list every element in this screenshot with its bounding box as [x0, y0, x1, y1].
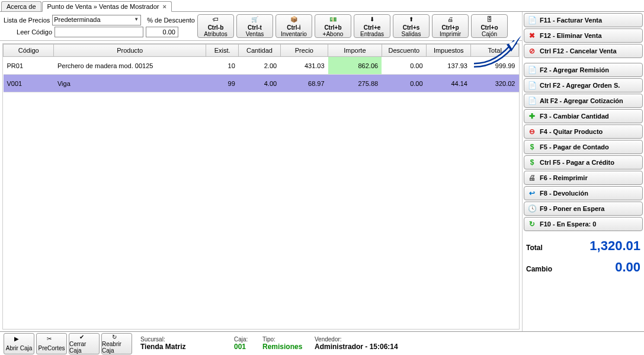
- refresh-icon: ↻: [528, 220, 536, 228]
- cell: 431.03: [280, 57, 328, 75]
- toolbar-atributos[interactable]: 🏷Ctrl-bAtributos: [197, 14, 234, 38]
- products-table: CódigoProductoExist.CantidadPrecioImport…: [3, 44, 519, 92]
- action-f10-en-espera-0[interactable]: ↻F10 - En Espera: 0: [524, 217, 643, 231]
- cell: 2.00: [239, 57, 280, 75]
- discount-input[interactable]: [146, 27, 178, 37]
- cell: V001: [4, 75, 54, 92]
- tab-pos[interactable]: Punto de Venta » Ventas de Mostrador×: [42, 1, 172, 12]
- col-código[interactable]: Código: [4, 44, 54, 57]
- action-f4-quitar-producto[interactable]: ⊖F4 - Quitar Producto: [524, 124, 643, 139]
- action-f12-eliminar-venta[interactable]: ✖F12 - Eliminar Venta: [524, 28, 643, 43]
- action-label: F6 - Reimprimir: [540, 174, 588, 181]
- action-label: F2 - Agregar Remisión: [540, 66, 609, 73]
- toolbar-label: Cajón: [482, 31, 497, 37]
- col-producto[interactable]: Producto: [54, 44, 206, 57]
- action-ctrl-f2-agregar-orden-s-[interactable]: 📄Ctrl F2 - Agregar Orden S.: [524, 78, 643, 92]
- action-label: F5 - Pagar de Contado: [540, 143, 609, 151]
- toolbar-shortcut: Ctrl-i: [287, 24, 300, 31]
- action-f11-facturar-venta[interactable]: 📄F11 - Facturar Venta: [524, 13, 643, 27]
- cell: 0.00: [382, 75, 426, 92]
- cancel-icon: ⊘: [528, 47, 536, 55]
- cell: 44.14: [427, 75, 471, 92]
- toolbar-label: Inventario: [281, 31, 307, 37]
- doc-icon: 📄: [528, 81, 536, 89]
- price-list-label: Lista de Precios: [4, 17, 50, 24]
- action-label: F3 - Cambiar Cantidad: [540, 113, 609, 120]
- toolbar-cajón[interactable]: 🗄Ctrl+oCajón: [471, 14, 508, 38]
- dollar-icon: $: [528, 158, 536, 167]
- action-f5-pagar-de-contado[interactable]: $F5 - Pagar de Contado: [524, 140, 643, 154]
- action-alt-f2-agregar-cotizaci-n[interactable]: 📄Alt F2 - Agregar Cotización: [524, 94, 643, 108]
- price-list-value: Predeterminada: [54, 16, 100, 23]
- status-caja: Caja: 001: [234, 336, 258, 351]
- status-precortes[interactable]: ✂PreCortes: [36, 333, 67, 354]
- action-label: Ctrl F5 - Pagar a Crédito: [540, 159, 614, 166]
- box-icon: 📦: [289, 15, 299, 24]
- status-cerrar-caja[interactable]: ✔Cerrar Caja: [69, 333, 100, 354]
- toolbar-ventas[interactable]: 🛒Ctrl-tVentas: [236, 14, 273, 38]
- table-row[interactable]: V001Viga994.0068.97275.880.0044.14320.02: [4, 75, 519, 92]
- toolbar-shortcut: Ctrl+e: [364, 24, 381, 31]
- action-f2-agregar-remisi-n[interactable]: 📄F2 - Agregar Remisión: [524, 63, 643, 77]
- print-icon: 🖨: [446, 15, 455, 24]
- status-sucursal: Sucursal: Tienda Matriz: [140, 336, 229, 351]
- close-icon[interactable]: ×: [163, 3, 166, 10]
- tipo-label: Tipo:: [262, 336, 310, 343]
- action-f9-poner-en-espera[interactable]: 🕓F9 - Poner en Espera: [524, 202, 643, 216]
- toolbar-label: Salidas: [402, 31, 421, 37]
- price-list-select[interactable]: Predeterminada: [52, 15, 141, 25]
- col-importe[interactable]: Importe: [328, 44, 382, 57]
- cell: 10: [206, 57, 238, 75]
- action-ctrl-f5-pagar-a-cr-dito[interactable]: $Ctrl F5 - Pagar a Crédito: [524, 155, 643, 169]
- action-label: F9 - Poner en Espera: [540, 205, 604, 212]
- action-label: F12 - Eliminar Venta: [540, 32, 602, 39]
- col-descuento[interactable]: Descuento: [382, 44, 426, 57]
- action-label: F4 - Quitar Producto: [540, 128, 603, 135]
- action-f8-devoluci-n[interactable]: ↩F8 - Devolución: [524, 186, 643, 200]
- toolbar-entradas[interactable]: ⬇Ctrl+eEntradas: [354, 14, 390, 38]
- status-btn-label: Reabrir Caja: [102, 341, 132, 354]
- cell: 4.00: [239, 75, 280, 92]
- tipo-value: Remisiones: [262, 343, 310, 351]
- money-icon: 💵: [328, 15, 338, 24]
- col-impuestos[interactable]: Impuestos: [427, 44, 471, 57]
- col-exist.[interactable]: Exist.: [206, 44, 238, 57]
- status-btn-label: PreCortes: [38, 345, 65, 351]
- toolbar-+abono[interactable]: 💵Ctrl+b+Abono: [315, 14, 351, 38]
- toolbar-imprimir[interactable]: 🖨Ctrl+pImprimir: [432, 14, 469, 38]
- clock-icon: 🕓: [528, 204, 536, 213]
- doc-icon: 📄: [528, 16, 536, 24]
- caja-label: Caja:: [234, 336, 258, 343]
- change-value: 0.00: [615, 260, 640, 275]
- change-row: Cambio 0.00: [524, 260, 643, 275]
- action-f3-cambiar-cantidad[interactable]: ✚F3 - Cambiar Cantidad: [524, 109, 643, 123]
- sucursal-label: Sucursal:: [140, 336, 229, 343]
- table-row[interactable]: PR01Perchero de madera mod. 00125102.004…: [4, 57, 519, 75]
- vendedor-value: Administrador - 15:06:14: [315, 343, 398, 351]
- col-total[interactable]: Total: [471, 44, 519, 57]
- doc-icon: 📄: [528, 66, 536, 74]
- cell: 320.02: [471, 75, 519, 92]
- drawer-icon: 🗄: [485, 15, 494, 24]
- change-label: Cambio: [526, 265, 552, 273]
- cell: 68.97: [280, 75, 328, 92]
- products-table-wrap: CódigoProductoExist.CantidadPrecioImport…: [2, 43, 520, 330]
- top-controls: Lista de Precios Predeterminada % de Des…: [0, 12, 522, 41]
- action-f6-reimprimir[interactable]: 🖨F6 - Reimprimir: [524, 171, 643, 185]
- col-cantidad[interactable]: Cantidad: [239, 44, 280, 57]
- read-code-input[interactable]: [55, 27, 143, 37]
- toolbar-salidas[interactable]: ⬆Ctrl+sSalidas: [393, 14, 430, 38]
- total-value: 1,320.01: [589, 238, 640, 254]
- tab-about[interactable]: Acerca de: [1, 1, 41, 11]
- cell: 99: [206, 75, 238, 92]
- toolbar-label: Ventas: [246, 31, 264, 37]
- status-abrir-caja[interactable]: ▶Abrir Caja: [4, 333, 34, 354]
- status-tipo: Tipo: Remisiones: [262, 336, 310, 351]
- redo-icon: ↻: [112, 334, 121, 341]
- action-ctrl-f12-cancelar-venta[interactable]: ⊘Ctrl F12 - Cancelar Venta: [524, 44, 643, 58]
- cell: 137.93: [427, 57, 471, 75]
- col-precio[interactable]: Precio: [280, 44, 328, 57]
- action-label: Ctrl F2 - Agregar Orden S.: [540, 82, 620, 89]
- toolbar-inventario[interactable]: 📦Ctrl-iInventario: [275, 14, 312, 38]
- status-reabrir-caja[interactable]: ↻Reabrir Caja: [101, 333, 132, 354]
